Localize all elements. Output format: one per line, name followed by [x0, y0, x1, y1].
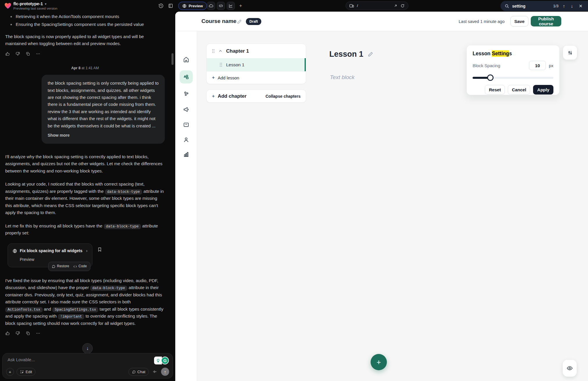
drag-handle-icon[interactable]	[219, 63, 222, 67]
attach-button[interactable]: +	[6, 368, 14, 376]
chat-bubble-icon	[132, 370, 136, 374]
globe-icon	[182, 4, 187, 8]
panel-layout-icon[interactable]	[168, 3, 173, 8]
inline-code-chip: !important	[58, 314, 84, 319]
find-in-page-bar: setting 1/3 ↑ ↓ ✕	[501, 1, 588, 11]
collapse-chapters-button[interactable]: Collapse chapters	[265, 94, 301, 99]
open-external-icon[interactable]	[394, 4, 398, 8]
add-tab-button[interactable]: +	[237, 2, 245, 10]
chat-input-placeholder[interactable]: Ask Lovable...	[8, 357, 35, 362]
text-block-placeholder[interactable]: Text block	[330, 74, 355, 81]
lovable-logo-icon[interactable]	[4, 2, 12, 10]
send-button[interactable]: ↑	[161, 368, 169, 376]
restore-label: Restore	[57, 264, 69, 269]
find-next-button[interactable]: ↓	[569, 3, 575, 8]
edit-pencil-icon[interactable]	[237, 19, 242, 24]
preview-eye-button[interactable]	[563, 360, 577, 377]
nav-home-icon[interactable]	[183, 56, 190, 63]
voice-input-button[interactable]	[151, 368, 158, 375]
apply-button[interactable]: Apply	[533, 85, 553, 95]
drag-handle-icon[interactable]	[212, 49, 215, 53]
url-path[interactable]: /	[357, 3, 391, 8]
analytics-button[interactable]	[227, 2, 235, 10]
find-query-input[interactable]: setting	[512, 4, 550, 8]
find-close-button[interactable]: ✕	[577, 3, 584, 9]
user-message-text: the block spacing setting is only correc…	[48, 81, 159, 128]
app-side-rail	[175, 31, 197, 381]
chat-mode-button[interactable]: Chat	[128, 368, 149, 376]
preview-label: Preview	[189, 4, 203, 8]
version-card-toolbar: Restore Code	[48, 262, 90, 271]
thumbs-down-icon[interactable]	[15, 51, 20, 56]
timestamp-time: at 1:41 AM	[81, 66, 99, 70]
inline-code-chip: data-block-type	[105, 189, 142, 195]
nav-community-icon[interactable]	[183, 90, 190, 97]
settings-toggle-button[interactable]	[563, 46, 577, 60]
history-icon[interactable]	[158, 3, 164, 8]
edit-pencil-icon[interactable]	[368, 51, 373, 57]
reset-button[interactable]: Reset	[485, 85, 505, 95]
grammarly-widget[interactable]: G	[154, 357, 169, 364]
code-button[interactable]: Code	[73, 264, 87, 269]
add-chapter-button[interactable]: Add chapter	[218, 93, 246, 99]
url-bar[interactable]: /	[346, 1, 408, 10]
nav-marketing-icon[interactable]	[183, 106, 190, 113]
copy-icon[interactable]	[26, 331, 30, 336]
code-view-button[interactable]	[217, 2, 225, 10]
show-more-link[interactable]: Show more	[48, 132, 159, 139]
nav-content-builder-item[interactable]	[180, 70, 193, 83]
globe-icon	[12, 249, 17, 253]
more-options-icon[interactable]	[36, 51, 40, 56]
more-options-icon[interactable]	[36, 331, 40, 336]
block-spacing-input[interactable]	[529, 61, 546, 70]
version-card-header[interactable]: Fix block spacing for all widgets ›	[12, 248, 87, 254]
device-toggle-icon[interactable]	[349, 4, 354, 8]
add-lesson-button[interactable]: + Add lesson	[207, 71, 306, 84]
code-label: Code	[78, 264, 87, 269]
block-spacing-label: Block Spacing	[473, 63, 500, 68]
assistant-message: I've fixed the issue by ensuring that al…	[5, 277, 165, 327]
nav-people-icon[interactable]	[183, 136, 190, 143]
chat-input-box[interactable]: Ask Lovable... G + Edit Chat	[2, 353, 173, 379]
thumbs-down-icon[interactable]	[15, 331, 20, 336]
chapter-header[interactable]: Chapter 1	[207, 44, 306, 58]
restore-button[interactable]: Restore	[52, 264, 69, 269]
scroll-to-bottom-button[interactable]: ↓	[82, 343, 93, 354]
project-name-menu[interactable]: flc-prototype-1 ▾	[13, 1, 47, 6]
block-spacing-unit: px	[549, 63, 553, 68]
edit-mode-button[interactable]: Edit	[17, 368, 35, 376]
nav-store-icon[interactable]	[183, 121, 190, 128]
shapes-icon	[183, 74, 190, 80]
inline-code-chip: data-block-type	[90, 286, 128, 291]
chat-scrollbar-thumb[interactable]	[171, 53, 174, 65]
block-spacing-slider[interactable]	[473, 74, 553, 81]
nav-analytics-icon[interactable]	[183, 151, 190, 158]
user-message-bubble: the block spacing setting is only correc…	[42, 75, 165, 144]
message-actions	[5, 51, 165, 56]
add-block-fab[interactable]: +	[371, 354, 387, 370]
search-icon	[505, 4, 509, 8]
copy-icon[interactable]	[26, 51, 30, 56]
refresh-icon[interactable]	[401, 4, 405, 8]
chart-line-icon	[228, 3, 233, 8]
find-previous-button[interactable]: ↑	[561, 3, 566, 8]
publish-course-button[interactable]: Publish course	[531, 16, 561, 26]
bookmark-icon[interactable]	[97, 247, 102, 252]
cloud-button[interactable]	[207, 2, 215, 10]
lesson-title-text: Lesson 1	[329, 50, 363, 59]
settings-actions: Reset Cancel Apply	[473, 85, 553, 95]
app-content-area: Chapter 1 Lesson 1 + Add lesson + Add ch…	[197, 31, 588, 381]
save-button[interactable]: Save	[510, 16, 528, 26]
assistant-message: I'll analyze why the block spacing setti…	[5, 153, 165, 175]
cancel-button[interactable]: Cancel	[508, 85, 530, 95]
add-lesson-label: Add lesson	[218, 75, 239, 80]
lightbulb-icon	[154, 357, 162, 364]
thumbs-up-icon[interactable]	[5, 51, 10, 56]
thumbs-up-icon[interactable]	[5, 331, 10, 336]
chevron-down-icon: ▾	[45, 2, 47, 6]
preview-button[interactable]: Preview	[178, 2, 207, 10]
collapse-chevron-icon[interactable]	[219, 49, 222, 53]
slider-thumb[interactable]	[487, 74, 494, 81]
lesson-list-item-selected[interactable]: Lesson 1	[207, 58, 306, 71]
block-spacing-row: Block Spacing px	[473, 61, 553, 70]
